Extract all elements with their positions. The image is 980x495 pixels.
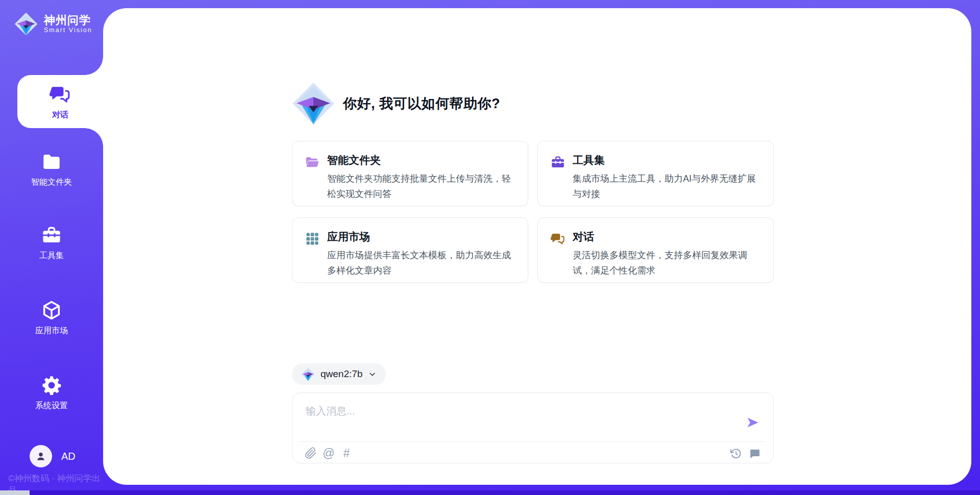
card-title: 工具集 xyxy=(573,153,760,167)
sidebar-item-label: 应用市场 xyxy=(35,326,68,336)
sidebar-item-smart-folder[interactable]: 智能文件夹 xyxy=(0,151,103,188)
model-selector[interactable]: qwen2:7b xyxy=(292,363,386,385)
chevron-down-icon xyxy=(368,370,377,379)
sidebar-item-label: 系统设置 xyxy=(35,401,68,411)
hashtag-icon[interactable]: # xyxy=(340,447,353,459)
grid-icon xyxy=(305,231,320,246)
message-input[interactable] xyxy=(299,397,737,441)
sidebar-item-chat[interactable]: 对话 xyxy=(17,75,103,128)
sidebar-item-label: 智能文件夹 xyxy=(31,177,72,188)
attachment-icon[interactable] xyxy=(305,447,317,459)
user-initials: AD xyxy=(61,451,76,462)
sidebar-item-app-market[interactable]: 应用市场 xyxy=(0,300,103,336)
model-logo-icon xyxy=(301,367,315,381)
card-description: 集成市场上主流工具，助力AI与外界无缝扩展与对接 xyxy=(573,171,760,202)
bottom-edge-strip-light xyxy=(0,490,30,495)
model-name: qwen2:7b xyxy=(321,368,362,380)
person-icon xyxy=(34,450,47,463)
sidebar: 神州问学 Smart Vision 对话 智能文件夹 工具集 应用市场 系统设置… xyxy=(0,0,103,495)
gear-icon xyxy=(41,375,62,396)
sidebar-item-label: 工具集 xyxy=(39,251,64,261)
card-title: 应用市场 xyxy=(327,230,514,244)
toolbox-icon xyxy=(41,225,62,246)
mention-icon[interactable]: @ xyxy=(323,447,335,459)
user-account[interactable]: AD xyxy=(30,445,76,467)
message-composer: @ # xyxy=(292,392,774,463)
composer-divider xyxy=(300,441,766,442)
feature-cards: 智能文件夹 智能文件夹功能支持批量文件上传与清洗，轻松实现文件问答 工具集 集成… xyxy=(292,141,774,283)
sidebar-item-label: 对话 xyxy=(52,110,68,120)
card-description: 智能文件夹功能支持批量文件上传与清洗，轻松实现文件问答 xyxy=(327,171,514,202)
chat-bubble-icon[interactable] xyxy=(749,448,761,460)
brand-name: 神州问学 xyxy=(44,14,92,27)
card-title: 智能文件夹 xyxy=(327,153,514,167)
card-app-market[interactable]: 应用市场 应用市场提供丰富长文本模板，助力高效生成多样化文章内容 xyxy=(292,217,528,283)
send-button[interactable] xyxy=(746,415,760,430)
card-toolset[interactable]: 工具集 集成市场上主流工具，助力AI与外界无缝扩展与对接 xyxy=(537,141,774,206)
assistant-logo-icon xyxy=(292,82,335,125)
bottom-edge-strip xyxy=(0,490,980,495)
history-icon[interactable] xyxy=(730,448,742,460)
greeting: 你好, 我可以如何帮助你? xyxy=(292,82,500,125)
greeting-text: 你好, 我可以如何帮助你? xyxy=(343,94,500,113)
brand: 神州问学 Smart Vision xyxy=(14,12,92,36)
cube-icon xyxy=(41,300,62,321)
card-title: 对话 xyxy=(573,230,760,244)
card-description: 应用市场提供丰富长文本模板，助力高效生成多样化文章内容 xyxy=(327,247,514,278)
card-description: 灵活切换多模型文件，支持多样回复效果调试，满足个性化需求 xyxy=(573,247,760,278)
card-chat[interactable]: 对话 灵活切换多模型文件，支持多样回复效果调试，满足个性化需求 xyxy=(537,217,774,283)
composer-tools: @ # xyxy=(305,447,353,459)
chat-icon xyxy=(49,83,71,106)
card-smart-folder[interactable]: 智能文件夹 智能文件夹功能支持批量文件上传与清洗，轻松实现文件问答 xyxy=(292,141,528,206)
composer-tools-right xyxy=(730,448,761,460)
brand-subtitle: Smart Vision xyxy=(44,27,92,34)
send-icon xyxy=(746,415,760,430)
sidebar-item-settings[interactable]: 系统设置 xyxy=(0,375,103,411)
sidebar-item-toolset[interactable]: 工具集 xyxy=(0,225,103,261)
brand-logo-icon xyxy=(14,12,38,36)
main-panel: 你好, 我可以如何帮助你? 智能文件夹 智能文件夹功能支持批量文件上传与清洗，轻… xyxy=(103,8,971,485)
avatar xyxy=(30,445,52,467)
folder-icon xyxy=(41,151,62,172)
chat-icon xyxy=(550,231,566,246)
folder-open-icon xyxy=(305,155,320,170)
toolbox-icon xyxy=(550,155,566,170)
